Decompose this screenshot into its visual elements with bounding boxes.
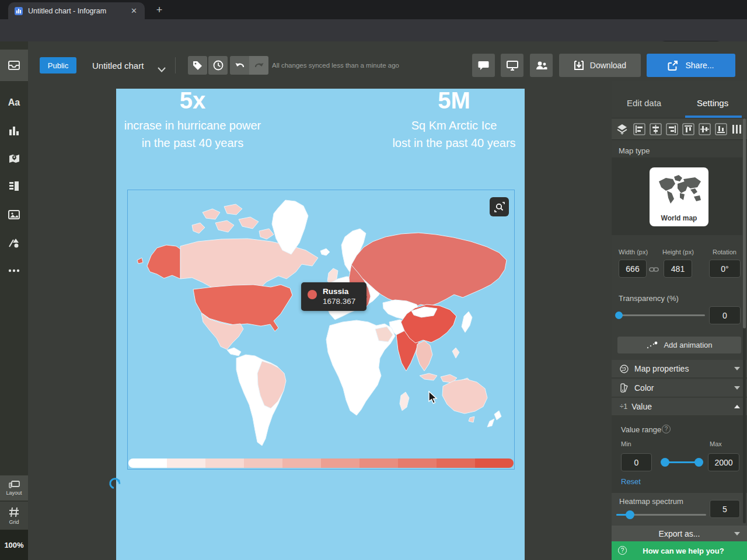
stat-left-line1: incrase in hurricane power	[105, 117, 280, 134]
section-color[interactable]: Color	[612, 379, 747, 397]
undo-button[interactable]	[230, 56, 249, 75]
align-center-h-icon[interactable]	[650, 123, 662, 135]
world-map-thumbnail	[654, 173, 704, 206]
world-choropleth-map[interactable]	[128, 190, 514, 454]
transparency-slider-handle[interactable]	[615, 312, 623, 319]
download-button[interactable]: Download	[559, 54, 641, 77]
help-circle-icon[interactable]: ?	[662, 425, 671, 433]
panel-scrollbar-thumb[interactable]	[743, 118, 746, 328]
range-handle-min[interactable]	[661, 458, 669, 467]
align-bottom-icon[interactable]	[715, 123, 727, 135]
reset-link[interactable]: Reset	[621, 477, 641, 486]
comments-button[interactable]	[472, 54, 495, 77]
map-type-card[interactable]: World map	[650, 167, 708, 226]
tab-title: Untitled chart - Infogram	[28, 7, 129, 15]
grid-mode-button[interactable]: Grid	[0, 502, 28, 530]
sidebar-item-layout[interactable]	[0, 178, 28, 194]
arrange-toolbar	[612, 118, 747, 140]
sidebar-item-media[interactable]	[0, 206, 28, 223]
transparency-input[interactable]: 0	[709, 306, 741, 324]
tab-edit-data[interactable]: Edit data	[627, 90, 661, 116]
sidebar-item-shapes[interactable]	[0, 235, 28, 251]
align-top-icon[interactable]	[682, 123, 694, 135]
heatmap-slider-handle[interactable]	[626, 510, 634, 519]
sidebar-item-more[interactable]	[0, 262, 28, 279]
present-button[interactable]	[501, 54, 523, 77]
people-icon	[536, 61, 547, 70]
align-left-icon[interactable]	[633, 123, 645, 135]
chevron-up-icon	[734, 405, 740, 408]
map-type-name: World map	[650, 214, 708, 222]
transparency-slider-track[interactable]	[619, 314, 705, 316]
archive-icon	[8, 61, 20, 70]
heatmap-label: Heatmap spectrum	[619, 497, 683, 506]
stat-right-value: 5M	[366, 88, 542, 113]
add-animation-label: Add animation	[664, 341, 712, 349]
value-section-body: Value range ? Min Max 0 2000 Reset	[612, 416, 747, 493]
stat-right-line1: Sq Km Arctic Ice	[366, 117, 542, 134]
width-input[interactable]: 666	[619, 260, 647, 278]
layout-mode-label: Layout	[6, 490, 22, 496]
redo-icon	[254, 61, 264, 69]
stat-left[interactable]: 5x incrase in hurricane power in the pas…	[105, 88, 280, 152]
text-tool-icon: Aa	[8, 97, 20, 108]
tab-settings[interactable]: Settings	[697, 90, 728, 116]
chart-title[interactable]: Untitled chart	[92, 61, 144, 71]
bar-chart-icon	[9, 126, 19, 135]
public-label: Public	[48, 61, 68, 70]
tag-icon	[193, 61, 203, 71]
tab-close-icon[interactable]: ✕	[129, 6, 139, 15]
section-map-properties[interactable]: Map properties	[612, 360, 747, 378]
stat-right[interactable]: 5M Sq Km Arctic Ice lost in the past 40 …	[366, 88, 542, 152]
align-right-icon[interactable]	[666, 123, 678, 135]
align-middle-v-icon[interactable]	[699, 123, 711, 135]
rotate-handle[interactable]	[109, 477, 121, 492]
layout-mode-button[interactable]: Layout	[0, 475, 28, 501]
height-input[interactable]: 481	[664, 260, 692, 278]
map-explore-button[interactable]	[490, 197, 509, 216]
heat-legend	[128, 459, 514, 468]
mouse-cursor	[428, 391, 438, 407]
add-animation-button[interactable]: Add animation	[617, 337, 741, 354]
link-dimensions-icon[interactable]	[649, 264, 659, 275]
distribute-icon[interactable]	[731, 123, 743, 135]
tooltip-color-dot	[308, 290, 317, 299]
browser-tab[interactable]: Untitled chart - Infogram ✕	[8, 2, 145, 19]
title-chevron-icon[interactable]	[158, 64, 166, 75]
max-input[interactable]: 2000	[708, 453, 739, 471]
rotation-label: Rotation	[713, 249, 736, 256]
help-button[interactable]: ? How can we help you?	[612, 541, 747, 560]
rotation-input[interactable]: 0°	[709, 260, 741, 278]
share-icon	[668, 61, 678, 71]
chart-canvas[interactable]: 5x incrase in hurricane power in the pas…	[116, 89, 525, 560]
export-as-button[interactable]: Export as...	[612, 526, 747, 541]
sidebar-item-text[interactable]: Aa	[0, 94, 28, 111]
zoom-explore-icon	[494, 202, 505, 212]
new-tab-button[interactable]: +	[153, 4, 166, 17]
width-label: Width (px)	[619, 249, 648, 256]
share-button[interactable]: Share...	[647, 54, 735, 77]
sync-status: All changes synced less than a minute ag…	[272, 62, 399, 69]
range-handle-max[interactable]	[694, 458, 703, 467]
sidebar-item-maps[interactable]	[0, 150, 28, 167]
undo-icon	[235, 61, 245, 69]
zoom-level[interactable]: 100%	[0, 530, 28, 560]
map-widget-selected[interactable]: Russia 1678.367	[127, 190, 515, 470]
sidebar-item-templates[interactable]	[0, 50, 28, 81]
collaborators-button[interactable]	[530, 54, 553, 77]
history-button[interactable]	[208, 56, 228, 75]
sidebar-item-charts[interactable]	[0, 123, 28, 139]
value-range-label: Value range	[621, 425, 661, 434]
min-input[interactable]: 0	[621, 453, 652, 471]
tags-button[interactable]	[188, 56, 207, 75]
transparency-label: Transparency (%)	[619, 294, 679, 303]
redo-button[interactable]	[249, 56, 268, 75]
map-tooltip: Russia 1678.367	[301, 282, 366, 311]
heatmap-input[interactable]: 5	[710, 500, 740, 518]
layers-icon[interactable]	[616, 123, 629, 135]
stat-left-line2: in the past 40 years	[105, 134, 280, 152]
section-value[interactable]: ÷1 Value	[612, 398, 747, 416]
public-button[interactable]: Public	[40, 57, 76, 74]
animation-icon	[646, 341, 658, 349]
panel-scrollbar[interactable]	[743, 118, 746, 523]
